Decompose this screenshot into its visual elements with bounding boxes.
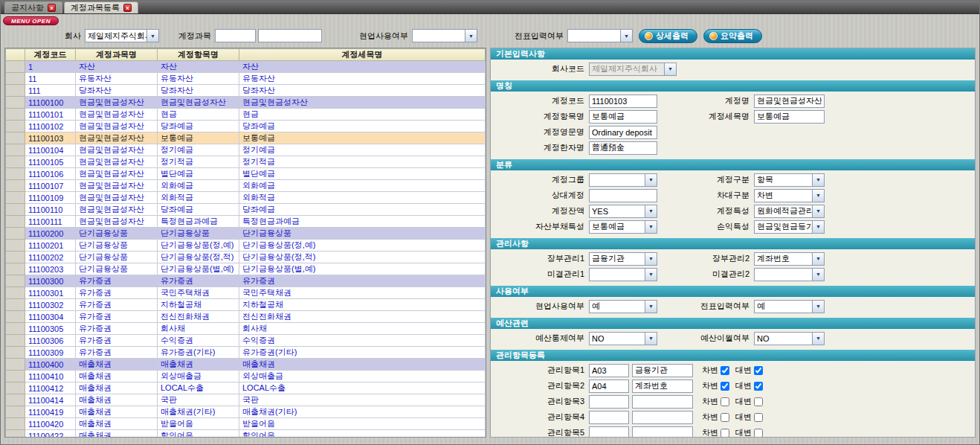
table-row[interactable]: 11100306유가증권수익증권수익증권 <box>6 335 486 347</box>
form-input[interactable] <box>754 110 825 124</box>
tab-bar: 공지사항 x 계정과목등록 x <box>1 1 979 14</box>
mgmt-name-input[interactable] <box>632 426 693 438</box>
credit-checkbox[interactable] <box>754 366 763 375</box>
table-row[interactable]: 11100301유가증권국민주택채권국민주택채권 <box>6 287 486 299</box>
mgmt-name-input[interactable] <box>632 364 693 377</box>
mgmt-code-input[interactable] <box>589 380 629 393</box>
voucher-select[interactable]: ▼ <box>567 29 633 42</box>
debit-checkbox[interactable] <box>721 366 729 375</box>
form-select[interactable]: 보통예금▼ <box>589 220 657 234</box>
cell-detail: 정기예금 <box>239 144 486 156</box>
col-header-item[interactable]: 계정항목명 <box>158 49 239 61</box>
credit-checkbox[interactable] <box>754 382 763 391</box>
table-row[interactable]: 11100202단기금융상품단기금융상품(정,적)단기금융상품(정,적) <box>6 252 486 263</box>
form-input[interactable] <box>589 141 657 155</box>
form-input[interactable] <box>589 95 657 108</box>
close-icon[interactable]: x <box>123 4 132 12</box>
table-row[interactable]: 11100309유가증권유가증권(기타)유가증권(기타) <box>6 347 486 359</box>
cell-item: 전신전화채권 <box>158 311 239 323</box>
table-row[interactable]: 11유동자산유동자산유동자산 <box>6 73 486 85</box>
table-row[interactable]: 11100200단기금융상품단기금융상품단기금융상품 <box>6 228 486 240</box>
form-select[interactable]: 원화예적금관리▼ <box>754 205 825 218</box>
mgmt-code-input[interactable] <box>589 395 629 409</box>
form-field: 계정코드 <box>491 95 657 108</box>
form-select[interactable]: 계좌번호▼ <box>754 252 825 266</box>
table-row[interactable]: 11100105현금및현금성자산정기적금정기적금 <box>6 156 486 168</box>
table-row[interactable]: 11100414매출채권국판국판 <box>6 394 486 406</box>
tab-account-registration[interactable]: 계정과목등록 x <box>64 1 138 13</box>
table-row[interactable]: 11100104현금및현금성자산정기예금정기예금 <box>6 144 486 156</box>
summary-print-button[interactable]: 요약출력 <box>703 29 762 43</box>
form-select[interactable]: ▼ <box>589 173 657 187</box>
table-row[interactable]: 11100305유가증권회사채회사채 <box>6 323 486 335</box>
cell-detail: 보통예금 <box>239 132 486 144</box>
form-select[interactable]: 제일제지주식회사▼ <box>589 63 677 76</box>
form-select[interactable]: 현금및현금등가물▼ <box>754 220 825 234</box>
table-row[interactable]: 11100419매출채권매출채권(기타)매출채권(기타) <box>6 406 486 418</box>
credit-checkbox[interactable] <box>754 397 763 406</box>
company-select[interactable]: 제일제지주식회사 ▼ <box>85 29 159 42</box>
form-input[interactable] <box>589 110 657 124</box>
col-header-code[interactable]: 계정코드 <box>25 49 76 61</box>
debit-checkbox[interactable] <box>721 397 729 406</box>
table-row[interactable]: 11100304유가증권전신전화채권전신전화채권 <box>6 311 486 323</box>
table-row[interactable]: 11100420매출채권받을어음받을어음 <box>6 418 486 430</box>
table-row[interactable]: 11100300유가증권유가증권유가증권 <box>6 275 486 287</box>
mgmt-name-input[interactable] <box>632 395 693 409</box>
form-select[interactable]: YES▼ <box>589 205 657 218</box>
table-row[interactable]: 11100111현금및현금성자산특정현금과예금특정현금과예금 <box>6 216 486 228</box>
table-row[interactable]: 11100102현금및현금성자산당좌예금당좌예금 <box>6 121 486 132</box>
table-row[interactable]: 11100410매출채권외상매출금외상매출금 <box>6 371 486 382</box>
account-name-input[interactable] <box>258 29 322 42</box>
table-row[interactable]: 11100400매출채권매출채권매출채권 <box>6 359 486 371</box>
form-select[interactable]: 차변▼ <box>754 189 825 202</box>
form-select[interactable]: 예▼ <box>589 300 657 313</box>
close-icon[interactable]: x <box>48 4 56 12</box>
table-row[interactable]: 11100101현금및현금성자산현금현금 <box>6 109 486 121</box>
col-header-detail[interactable]: 계정세목명 <box>239 49 486 61</box>
table-row[interactable]: 11100109현금및현금성자산외화적금외화적금 <box>6 192 486 204</box>
form-input[interactable] <box>589 126 657 139</box>
table-row[interactable]: 11100103현금및현금성자산보통예금보통예금 <box>6 132 486 144</box>
tab-notice[interactable]: 공지사항 x <box>4 1 62 13</box>
table-row[interactable]: 1자산자산자산 <box>6 61 486 73</box>
form-input[interactable] <box>754 95 825 108</box>
table-row[interactable]: 11100302유가증권지하철공채지하철공채 <box>6 299 486 311</box>
debit-checkbox[interactable] <box>721 413 729 422</box>
form-select[interactable]: NO▼ <box>754 332 825 345</box>
credit-checkbox[interactable] <box>754 413 763 422</box>
credit-checkbox[interactable] <box>754 429 763 438</box>
form-select[interactable]: ▼ <box>754 268 825 281</box>
form-select[interactable]: 예▼ <box>754 300 825 313</box>
col-header-name[interactable]: 계정과목명 <box>76 49 158 61</box>
mgmt-code-input[interactable] <box>589 364 629 377</box>
form-select[interactable]: ▼ <box>589 268 657 281</box>
section-body: 장부관리1금융기관▼장부관리2계좌번호▼미결관리1▼미결관리2▼ <box>491 249 975 284</box>
account-code-input[interactable] <box>215 29 256 42</box>
form-select[interactable]: 금융기관▼ <box>589 252 657 266</box>
table-row[interactable]: 11100110현금및현금성자산당좌예금당좌예금 <box>6 204 486 216</box>
mgmt-name-input[interactable] <box>632 380 693 393</box>
form-input[interactable] <box>589 189 657 202</box>
debit-checkbox[interactable] <box>721 382 729 391</box>
mgmt-row: 관리항목3차변대변 <box>491 394 975 409</box>
mgmt-code-input[interactable] <box>589 411 629 424</box>
detail-print-button[interactable]: 상세출력 <box>639 29 697 43</box>
mgmt-code-input[interactable] <box>589 426 629 438</box>
row-gutter <box>6 263 25 275</box>
table-row[interactable]: 11100203단기금융상품단기금융상품(별,예)단기금융상품(별,예) <box>6 263 486 275</box>
menu-open-button[interactable]: MENU OPEN <box>3 16 59 25</box>
table-row[interactable]: 11100100현금및현금성자산현금및현금성자산현금및현금성자산 <box>6 97 486 109</box>
field-use-select[interactable]: ▼ <box>412 29 477 42</box>
debit-checkbox[interactable] <box>721 429 729 438</box>
table-row[interactable]: 111당좌자산당좌자산당좌자산 <box>6 85 486 97</box>
mgmt-name-input[interactable] <box>632 411 693 424</box>
form-select[interactable]: 항목▼ <box>754 173 825 187</box>
form-field: 계정영문명 <box>491 126 657 139</box>
table-row[interactable]: 11100107현금및현금성자산외화예금외화예금 <box>6 180 486 192</box>
table-row[interactable]: 11100106현금및현금성자산별단예금별단예금 <box>6 168 486 180</box>
table-row[interactable]: 11100412매출채권LOCAL수출LOCAL수출 <box>6 382 486 394</box>
table-row[interactable]: 11100422매출채권할인어음할인어음 <box>6 430 486 438</box>
form-select[interactable]: NO▼ <box>589 332 657 345</box>
table-row[interactable]: 11100201단기금융상품단기금융상품(정,예)단기금융상품(정,예) <box>6 240 486 252</box>
